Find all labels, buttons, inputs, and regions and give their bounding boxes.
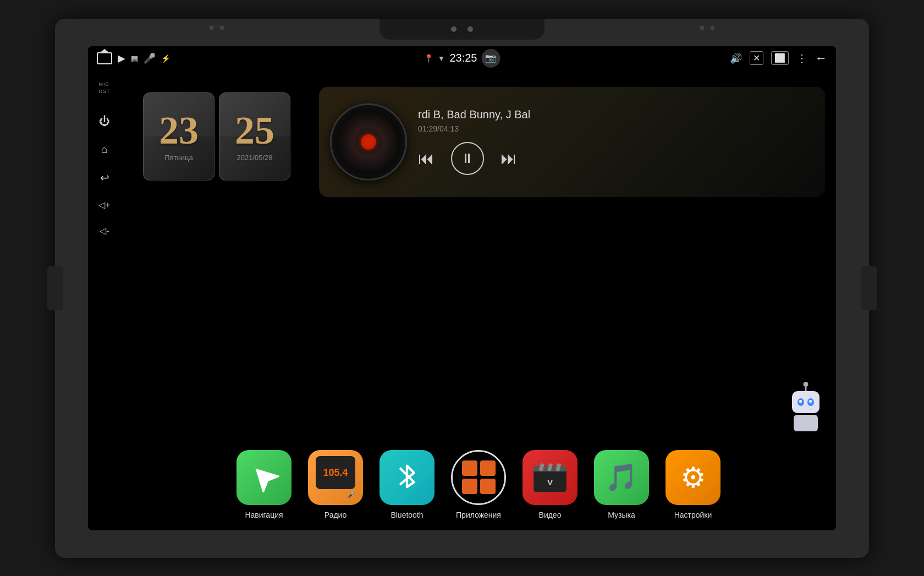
grid-cell-4: [480, 479, 496, 494]
top-screw-right: [700, 25, 715, 30]
bt-icon-bg: [380, 450, 435, 505]
music-label: Музыка: [608, 511, 635, 519]
top-dot-right: [468, 26, 473, 32]
play-icon: ▶: [118, 52, 125, 64]
screen: ▶ ▦ 🎤 ⚡ 📍 ▼ 23:25 📷 🔊 ✕ ⬜ ⋮ ←: [88, 46, 836, 530]
ai-robot: [792, 391, 820, 431]
svg-marker-0: [249, 462, 279, 492]
clock-hour-block: 23 Пятница: [143, 92, 215, 180]
wifi-icon: ▼: [438, 54, 446, 63]
home-button[interactable]: ⌂: [101, 143, 108, 156]
usb-icon: ⚡: [161, 54, 170, 63]
app-radio[interactable]: 105.4 🎤 Радио: [308, 450, 363, 519]
music-info: rdi B, Bad Bunny, J Bal 01:29/04:13 ⏮ ⏸ …: [418, 108, 814, 175]
more-icon[interactable]: ⋮: [796, 52, 807, 65]
robot-body: [794, 415, 818, 431]
app-video[interactable]: V Видео: [522, 450, 578, 519]
robot-eye-left: [798, 398, 804, 406]
app-navigation[interactable]: Навигация: [237, 450, 292, 519]
vinyl-disc: [330, 103, 407, 180]
play-pause-button[interactable]: ⏸: [451, 142, 484, 175]
clock-minute: 25: [235, 111, 274, 150]
top-dot-left: [451, 26, 457, 32]
status-right-icons: 🔊 ✕ ⬜ ⋮ ←: [730, 51, 827, 65]
grid-cell-2: [480, 460, 496, 476]
camera-icon: 📷: [485, 53, 496, 63]
video-icon-bg: V: [522, 450, 578, 505]
music-note-icon: 🎵: [605, 462, 638, 493]
apps-label: Приложения: [456, 511, 501, 519]
car-unit: ▶ ▦ 🎤 ⚡ 📍 ▼ 23:25 📷 🔊 ✕ ⬜ ⋮ ←: [55, 19, 869, 558]
video-clapboard-icon: V: [531, 460, 569, 495]
location-icon: 📍: [424, 54, 433, 63]
robot-antenna: [805, 385, 807, 391]
navi-icon: ▦: [131, 54, 138, 63]
grid-cell-1: [462, 460, 477, 476]
settings-icon-bg: ⚙: [666, 450, 721, 505]
nav-label: Навигация: [245, 511, 283, 519]
top-screw-left: [209, 25, 224, 30]
top-bar: [380, 19, 544, 40]
mic-icon: 🎤: [144, 52, 156, 64]
clock-minute-block: 25 2021/05/28: [219, 92, 290, 180]
clock-display: 23:25: [449, 52, 477, 64]
song-time: 01:29/04:13: [418, 124, 814, 133]
video-label: Видео: [539, 511, 562, 519]
volume-icon[interactable]: 🔊: [730, 52, 742, 64]
radio-icon-bg: 105.4 🎤: [308, 450, 363, 505]
apps-icon-bg: [451, 450, 506, 505]
settings-label: Настройки: [674, 511, 712, 519]
apps-grid-icon: [457, 455, 501, 500]
grid-cell-3: [462, 479, 477, 494]
left-panel: MIC RST ⏻ ⌂ ↩ ◁+ ◁-: [88, 70, 121, 530]
music-controls: ⏮ ⏸ ⏭: [418, 142, 814, 175]
app-apps[interactable]: Приложения: [451, 450, 506, 519]
clock-date: 2021/05/28: [237, 153, 272, 162]
robot-eye-right: [807, 398, 814, 406]
rst-label: RST: [99, 89, 111, 94]
app-grid: Навигация 105.4 🎤 Радио: [121, 450, 836, 519]
clock-day: Пятница: [164, 153, 193, 162]
gear-icon: ⚙: [680, 461, 706, 494]
radio-mic-icon: 🎤: [348, 491, 355, 498]
music-player: rdi B, Bad Bunny, J Bal 01:29/04:13 ⏮ ⏸ …: [319, 87, 825, 197]
vol-down-button[interactable]: ◁-: [100, 226, 109, 236]
power-button[interactable]: ⏻: [99, 115, 110, 128]
radio-freq: 105.4: [323, 467, 348, 479]
clock-widget: 23 Пятница 25 2021/05/28: [143, 92, 290, 180]
app-settings[interactable]: ⚙ Настройки: [666, 450, 721, 519]
status-center: 📍 ▼ 23:25 📷: [424, 49, 501, 68]
nav-icon-bg: [237, 450, 292, 505]
prev-button[interactable]: ⏮: [418, 149, 435, 168]
nav-arrow-icon: [249, 462, 279, 492]
mount-left: [47, 266, 63, 310]
app-music[interactable]: 🎵 Музыка: [594, 450, 649, 519]
app-bluetooth[interactable]: Bluetooth: [380, 450, 435, 519]
main-content: 23 Пятница 25 2021/05/28 rdi B, Bad Bunn…: [121, 70, 836, 530]
music-icon-bg: 🎵: [594, 450, 649, 505]
next-button[interactable]: ⏭: [501, 149, 517, 168]
song-title: rdi B, Bad Bunny, J Bal: [418, 108, 814, 121]
bluetooth-icon: [393, 461, 421, 494]
robot-head: [792, 391, 820, 413]
status-bar: ▶ ▦ 🎤 ⚡ 📍 ▼ 23:25 📷 🔊 ✕ ⬜ ⋮ ←: [88, 46, 836, 70]
vol-up-button[interactable]: ◁+: [98, 200, 110, 210]
bt-label: Bluetooth: [391, 511, 423, 519]
back-button[interactable]: ↩: [100, 171, 109, 184]
clock-hour: 23: [159, 111, 199, 150]
radio-display: 105.4: [316, 456, 355, 489]
mount-right: [861, 266, 877, 310]
svg-text:V: V: [547, 478, 553, 487]
status-left-icons: ▶ ▦ 🎤 ⚡: [97, 52, 170, 64]
back-nav-icon[interactable]: ←: [815, 51, 827, 65]
close-icon[interactable]: ✕: [750, 51, 763, 65]
mic-label: MIC: [99, 81, 110, 87]
camera-button[interactable]: 📷: [481, 49, 500, 68]
radio-label: Радио: [324, 511, 346, 519]
window-icon[interactable]: ⬜: [771, 51, 789, 65]
home-icon[interactable]: [97, 52, 112, 64]
